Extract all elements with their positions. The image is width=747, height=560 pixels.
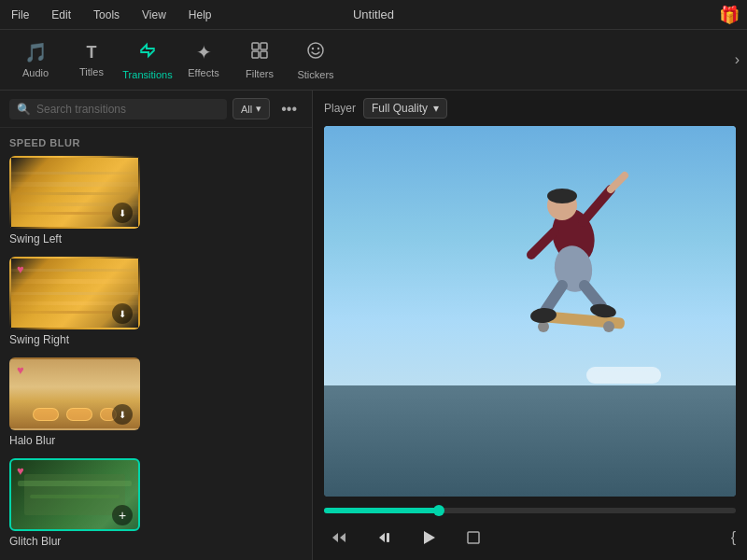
favorite-icon[interactable]: ♥: [17, 262, 24, 276]
list-item: ♥ + Glitch Blur: [9, 458, 303, 548]
stop-button[interactable]: [458, 523, 488, 553]
svg-rect-24: [387, 533, 389, 542]
favorite-icon[interactable]: ♥: [17, 464, 24, 478]
svg-point-5: [312, 47, 314, 49]
transition-name-halo-blur: Halo Blur: [9, 434, 303, 447]
tool-stickers-label: Stickers: [297, 69, 333, 80]
tool-filters[interactable]: Filters: [232, 32, 288, 88]
svg-line-14: [585, 286, 601, 306]
video-scene: [324, 126, 736, 497]
tool-transitions-label: Transitions: [122, 69, 172, 80]
skater-figure: [480, 147, 648, 371]
menu-help[interactable]: Help: [185, 7, 216, 23]
transition-thumb-halo-blur[interactable]: ♥ ⬇: [9, 357, 140, 430]
transition-name-glitch-blur: Glitch Blur: [9, 535, 303, 548]
svg-rect-2: [252, 51, 259, 58]
transitions-list: SPEED BLUR ⬇ Swing Left: [0, 128, 312, 560]
more-options-button[interactable]: •••: [275, 99, 303, 119]
player-label: Player: [324, 102, 356, 115]
tool-titles-label: Titles: [79, 66, 104, 77]
transition-thumb-swing-left[interactable]: ⬇: [9, 156, 140, 229]
quality-select[interactable]: Full Quality ▾: [363, 98, 447, 119]
audio-icon: 🎵: [24, 41, 48, 63]
svg-marker-22: [340, 533, 345, 542]
titles-icon: T: [87, 43, 97, 63]
svg-point-17: [603, 321, 614, 332]
menu-tools[interactable]: Tools: [90, 7, 123, 23]
tool-bar: 🎵 Audio T Titles Transitions ✦ Effects F…: [0, 30, 747, 91]
svg-line-10: [611, 175, 625, 189]
quality-label: Full Quality: [372, 102, 428, 115]
progress-thumb[interactable]: [433, 505, 444, 516]
svg-point-6: [317, 47, 319, 49]
progress-fill: [324, 508, 439, 513]
download-icon[interactable]: ⬇: [112, 404, 133, 425]
favorite-icon[interactable]: ♥: [17, 363, 24, 377]
menu-view[interactable]: View: [138, 7, 170, 23]
main-layout: 🔍 All ▾ ••• SPEED BLUR: [0, 91, 747, 560]
effects-icon: ✦: [196, 41, 212, 63]
list-item: ⬇ Swing Left: [9, 156, 303, 245]
extra-control-button[interactable]: {: [731, 529, 736, 546]
svg-marker-23: [379, 533, 385, 542]
transition-thumb-glitch-blur[interactable]: ♥ +: [9, 458, 140, 531]
list-item: ♥ ⬇ Swing Right: [9, 257, 303, 346]
section-label: SPEED BLUR: [9, 137, 303, 148]
svg-line-11: [531, 231, 555, 255]
tool-audio-label: Audio: [22, 67, 49, 78]
transitions-icon: [137, 40, 158, 65]
rewind-button[interactable]: [324, 523, 354, 553]
progress-bar[interactable]: [324, 508, 736, 513]
app-title: Untitled: [353, 7, 394, 21]
transition-name-swing-left: Swing Left: [9, 232, 303, 245]
video-preview: [324, 126, 736, 497]
ground-area: [324, 385, 736, 497]
add-transition-button[interactable]: +: [112, 505, 133, 525]
player-header: Player Full Quality ▾: [313, 91, 747, 126]
left-panel: 🔍 All ▾ ••• SPEED BLUR: [0, 91, 313, 560]
download-icon[interactable]: ⬇: [112, 303, 133, 324]
filter-dropdown[interactable]: All ▾: [233, 98, 270, 119]
playback-controls: {: [324, 523, 736, 553]
svg-rect-3: [261, 51, 267, 58]
filter-label: All: [241, 104, 252, 115]
svg-point-4: [308, 43, 323, 58]
svg-marker-21: [332, 533, 338, 542]
svg-rect-26: [468, 532, 479, 543]
transition-thumb-swing-right[interactable]: ♥ ⬇: [9, 257, 140, 329]
list-item: ♥ ⬇ Halo Blur: [9, 357, 303, 447]
gift-icon[interactable]: 🎁: [719, 5, 740, 25]
svg-line-13: [545, 286, 562, 311]
menu-bar: File Edit Tools View Help Untitled 🎁: [0, 0, 747, 30]
quality-chevron-icon: ▾: [433, 102, 439, 115]
tool-effects[interactable]: ✦ Effects: [176, 32, 232, 88]
transition-name-swing-right: Swing Right: [9, 333, 303, 346]
filters-icon: [250, 41, 269, 64]
tool-audio[interactable]: 🎵 Audio: [7, 32, 63, 88]
download-icon[interactable]: ⬇: [112, 203, 133, 223]
search-input-wrap[interactable]: 🔍: [9, 99, 227, 119]
bottom-controls: {: [313, 497, 747, 560]
svg-point-20: [547, 189, 577, 203]
chevron-down-icon: ▾: [256, 103, 261, 115]
toolbar-chevron[interactable]: ›: [735, 51, 740, 68]
svg-rect-0: [252, 43, 259, 49]
svg-marker-25: [424, 531, 435, 544]
play-button[interactable]: [414, 523, 444, 553]
menu-edit[interactable]: Edit: [48, 7, 75, 23]
stickers-icon: [305, 40, 326, 65]
tool-titles[interactable]: T Titles: [63, 32, 120, 88]
search-icon: 🔍: [17, 103, 31, 116]
search-input[interactable]: [36, 103, 219, 116]
right-panel: Player Full Quality ▾: [313, 91, 747, 560]
svg-line-9: [583, 189, 611, 222]
tool-effects-label: Effects: [188, 67, 218, 78]
tool-filters-label: Filters: [246, 68, 274, 79]
menu-file[interactable]: File: [7, 7, 33, 23]
svg-rect-1: [261, 43, 267, 49]
search-bar: 🔍 All ▾ •••: [0, 91, 312, 128]
tool-transitions[interactable]: Transitions: [120, 32, 176, 88]
tool-stickers[interactable]: Stickers: [288, 32, 344, 88]
step-back-button[interactable]: [369, 523, 399, 553]
